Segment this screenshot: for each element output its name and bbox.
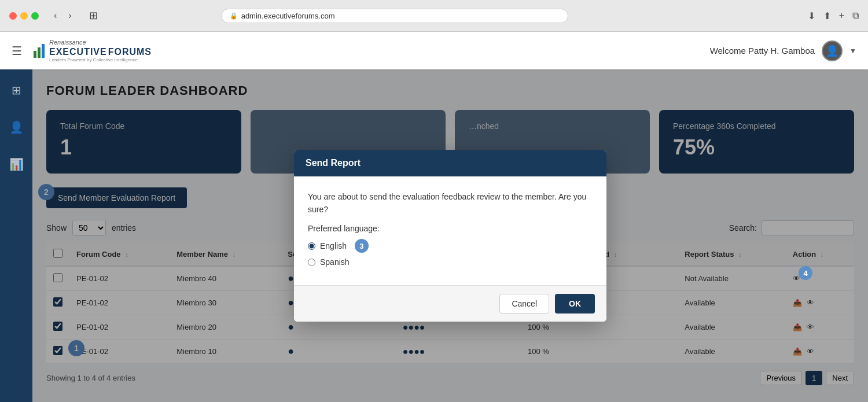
forward-button[interactable]: › xyxy=(65,9,75,22)
top-nav: ☰ Renaissance EXECUTIVE FORUMS Leaders P… xyxy=(0,32,868,69)
radio-english-label: English xyxy=(320,241,347,250)
welcome-text: Welcome Patty H. Gamboa xyxy=(710,46,815,56)
add-tab-icon[interactable]: + xyxy=(839,10,844,21)
radio-english: English 3 xyxy=(308,239,593,253)
logo-area: Renaissance EXECUTIVE FORUMS Leaders Pow… xyxy=(31,39,152,63)
browser-actions: ⬇ ⬆ + ⧉ xyxy=(808,10,859,21)
app: ☰ Renaissance EXECUTIVE FORUMS Leaders P… xyxy=(0,32,868,402)
download-icon[interactable]: ⬇ xyxy=(808,10,815,21)
logo-bar-2 xyxy=(38,47,41,58)
main-area: ⊞ 👤 📊 FORUM LEADER DASHBOARD Total Forum… xyxy=(0,69,868,402)
avatar-icon: 👤 xyxy=(826,45,838,57)
content: FORUM LEADER DASHBOARD Total Forum Code … xyxy=(32,69,868,402)
step-badge-3: 3 xyxy=(355,239,369,253)
nav-right: Welcome Patty H. Gamboa 👤 ▼ xyxy=(710,40,856,61)
send-report-modal: Send Report You are about to send the ev… xyxy=(294,150,606,322)
browser-dots xyxy=(9,12,39,20)
avatar-dropdown-icon[interactable]: ▼ xyxy=(849,47,856,55)
dot-red xyxy=(9,12,17,20)
modal-lang-label: Preferred language: xyxy=(308,224,593,233)
sidebar-icon-user[interactable]: 👤 xyxy=(5,116,28,139)
sidebar: ⊞ 👤 📊 xyxy=(0,69,32,402)
browser-chrome: ‹ › ⊞ 🔒 admin.executiveforums.com ⬇ ⬆ + … xyxy=(0,0,868,32)
logo-bar-3 xyxy=(42,44,45,58)
browser-nav: ‹ › xyxy=(50,9,75,22)
sidebar-icon-grid[interactable]: ⊞ xyxy=(7,79,26,102)
logo-renaissance: Renaissance xyxy=(49,39,152,46)
logo-executive: EXECUTIVE xyxy=(49,46,107,57)
modal-header: Send Report xyxy=(294,150,606,176)
modal-footer: 4 Cancel OK xyxy=(294,285,606,322)
radio-english-input[interactable] xyxy=(308,242,315,250)
modal-overlay: Send Report You are about to send the ev… xyxy=(32,69,868,402)
modal-body-text: You are about to send the evaluation fee… xyxy=(308,190,593,216)
cancel-button[interactable]: Cancel xyxy=(499,294,549,314)
logo-tagline: Leaders Powered by Collective Intelligen… xyxy=(49,57,152,63)
avatar[interactable]: 👤 xyxy=(822,40,843,61)
logo-text: Renaissance EXECUTIVE FORUMS Leaders Pow… xyxy=(49,39,152,63)
lock-icon: 🔒 xyxy=(230,12,238,20)
logo-forums: FORUMS xyxy=(108,46,152,57)
dot-green xyxy=(31,12,39,20)
radio-spanish: Spanish xyxy=(308,257,593,267)
menu-icon[interactable]: ☰ xyxy=(12,44,22,58)
address-bar[interactable]: 🔒 admin.executiveforums.com xyxy=(221,9,568,23)
url-text: admin.executiveforums.com xyxy=(241,12,335,20)
dot-yellow xyxy=(20,12,28,20)
sidebar-toggle-icon: ⊞ xyxy=(89,9,98,22)
logo-bar-1 xyxy=(34,51,36,58)
modal-body: You are about to send the evaluation fee… xyxy=(294,176,606,286)
sidebar-icon-chart[interactable]: 📊 xyxy=(5,153,28,176)
radio-spanish-label: Spanish xyxy=(320,257,350,267)
modal-title: Send Report xyxy=(306,158,361,168)
ok-button[interactable]: OK xyxy=(555,294,595,314)
back-button[interactable]: ‹ xyxy=(50,9,60,22)
share-icon[interactable]: ⬆ xyxy=(823,10,831,21)
tab-overview-icon[interactable]: ⧉ xyxy=(852,10,859,21)
logo-chart xyxy=(34,44,45,58)
radio-spanish-input[interactable] xyxy=(308,259,315,266)
